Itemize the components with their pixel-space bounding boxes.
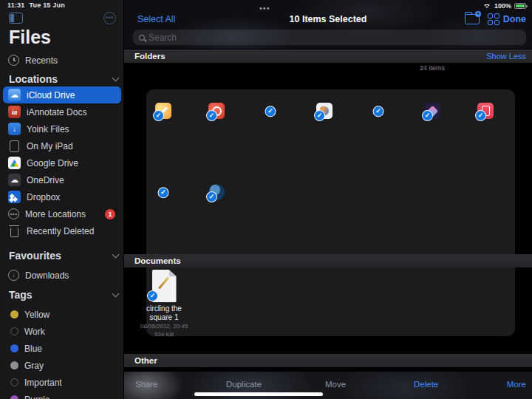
search-bar[interactable] [133,30,526,45]
sidebar-item-more-locations[interactable]: ••• More Locations 1 [3,205,121,222]
chevron-down-icon [112,250,120,258]
tag-dot-icon [10,395,18,399]
selected-checkmark-icon: ✓ [373,106,384,117]
more-circle-icon[interactable]: ••• [103,12,116,24]
tag-label: Important [24,378,62,388]
view-grid-icon[interactable] [488,13,499,25]
sidebar-item-recents[interactable]: Recents [3,52,121,69]
selected-checkmark-icon: ✓ [206,191,217,202]
notification-badge: 1 [105,209,115,219]
sidebar-toggle-icon[interactable] [9,13,23,24]
status-bar-right: 100% [482,2,526,10]
tag-label: Work [24,327,45,337]
ellipsis-circle-icon: ••• [8,208,19,219]
sidebar-item-onedrive[interactable]: ☁ OneDrive [3,171,121,188]
tag-dot-icon [10,310,18,318]
sidebar-tag-yellow[interactable]: Yellow [3,306,121,323]
sidebar-tag-work[interactable]: Work [3,323,121,340]
section-header-locations[interactable]: Locations [9,73,118,85]
sidebar-item-label: Yoink Files [27,124,69,134]
sidebar-item-label: On My iPad [27,141,73,151]
new-folder-icon[interactable]: + [465,14,480,24]
iannotate-icon: ia [8,106,21,118]
trash-icon [8,225,21,237]
sidebar-item-dropbox[interactable]: Dropbox [3,188,121,205]
chevron-down-icon [112,290,120,297]
section-title: Other [134,356,157,365]
selected-checkmark-icon: ✓ [147,290,158,301]
battery-icon [514,3,526,9]
show-less-button[interactable]: Show Less [486,52,526,61]
item-count-caption: 24 items [399,64,466,72]
battery-percent: 100% [494,2,511,10]
selected-checkmark-icon: ✓ [206,110,217,121]
sidebar-item-on-my-ipad[interactable]: On My iPad [3,137,121,154]
sidebar-item-label: Recents [25,55,58,66]
delete-button[interactable]: Delete [414,380,438,389]
icloud-drive-icon: ☁ [8,89,21,101]
tag-label: Purple [24,395,50,399]
sidebar-item-icloud-drive[interactable]: ☁ iCloud Drive [3,86,121,103]
content-panel [146,89,515,336]
document-name: circling the square 1 [138,304,190,321]
tag-label: Yellow [24,310,50,320]
sidebar-item-downloads[interactable]: ↓ Downloads [3,267,121,284]
sidebar-item-label: Google Drive [27,158,78,168]
google-drive-icon [8,157,21,169]
chevron-down-icon [112,74,120,81]
duplicate-button[interactable]: Duplicate [226,380,262,389]
tag-dot-icon [10,361,18,369]
selected-checkmark-icon: ✓ [265,106,276,117]
sidebar-item-yoink-files[interactable]: ↓ Yoink Files [3,120,121,137]
selected-checkmark-icon: ✓ [158,187,169,198]
selected-checkmark-icon: ✓ [153,110,164,121]
section-header-favourites[interactable]: Favourites [9,250,118,262]
app-title: Files [9,27,51,48]
sidebar-item-label: OneDrive [27,175,64,185]
section-header-documents: Documents [124,254,532,267]
section-title: Folders [134,52,166,61]
yoink-icon: ↓ [8,123,21,135]
sidebar-tag-gray[interactable]: Gray [3,357,121,374]
sidebar-item-google-drive[interactable]: Google Drive [3,154,121,171]
tag-dot-icon [10,378,18,386]
section-title: Favourites [9,250,61,262]
sidebar: ••• Files Recents Locations ☁ iCloud Dri… [0,0,124,399]
sidebar-item-label: iCloud Drive [27,90,75,100]
tag-label: Gray [24,361,44,371]
tag-dot-icon [10,327,18,335]
sidebar-tag-blue[interactable]: Blue [3,340,121,357]
document-item[interactable]: ✓ circling the square 1 08/05/2012, 20:4… [138,270,190,338]
share-button[interactable]: Share [135,380,158,389]
done-button[interactable]: Done [503,14,526,24]
section-header-tags[interactable]: Tags [9,289,118,301]
section-header-other: Other [124,354,532,367]
sidebar-tag-important[interactable]: Important [3,374,121,391]
document-date: 08/05/2012, 20:45 [138,323,190,330]
sidebar-item-label: Recently Deleted [27,226,94,236]
download-circle-icon: ↓ [8,270,19,281]
sidebar-item-label: More Locations [25,209,86,219]
sidebar-tag-purple[interactable]: Purple [3,391,121,399]
more-button[interactable]: More [507,380,526,389]
search-input[interactable] [149,33,296,43]
move-button[interactable]: Move [325,380,346,389]
bottom-toolbar: Share Duplicate Move Delete More [124,372,532,399]
onedrive-icon: ☁ [8,174,21,186]
sidebar-item-recently-deleted[interactable]: Recently Deleted [3,222,121,239]
document-size: 534 KB [138,331,190,338]
sidebar-item-iannotate-docs[interactable]: ia iAnnotate Docs [3,103,121,120]
select-all-button[interactable]: Select All [137,14,175,24]
selected-checkmark-icon: ✓ [314,110,325,121]
sidebar-item-label: iAnnotate Docs [27,107,86,117]
status-bar-left: 11:31Tue 15 Jun [7,1,69,9]
section-title: Locations [9,73,58,85]
multitask-indicator-icon[interactable]: ••• [259,4,270,13]
home-indicator[interactable] [194,392,323,396]
section-title: Documents [134,256,181,265]
section-header-folders: Folders Show Less [124,50,532,63]
clock-time: 11:31 [7,1,25,9]
tag-dot-icon [10,344,18,352]
search-icon [139,35,145,41]
status-date: Tue 15 Jun [30,1,65,9]
